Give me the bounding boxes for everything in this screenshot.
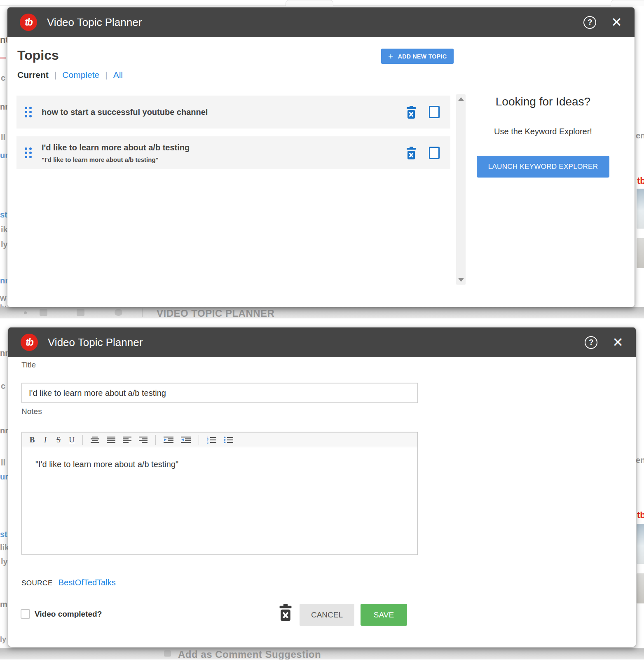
modal-header: tb Video Topic Planner ? ✕ <box>8 327 636 357</box>
video-topic-planner-list-modal: tb Video Topic Planner ? ✕ Topics Curren… <box>7 7 635 307</box>
source-link[interactable]: BestOfTedTalks <box>59 578 116 587</box>
topic-filter-tabs: Current | Complete | All <box>17 70 123 80</box>
ordered-list-icon: 1 2 3 <box>207 436 216 444</box>
bg-text-fragment: ur <box>0 151 8 160</box>
background-tab-shape <box>286 0 333 6</box>
video-completed-checkbox[interactable] <box>21 609 30 619</box>
align-right-button[interactable] <box>137 435 150 444</box>
tab-complete[interactable]: Complete <box>62 70 99 80</box>
add-new-topic-label: ADD NEW TOPIC <box>398 53 447 60</box>
modal-title: Video Topic Planner <box>47 16 142 29</box>
delete-topic-button[interactable] <box>406 147 417 159</box>
unordered-list-icon <box>224 436 233 444</box>
editor-toolbar: B I S U <box>22 433 417 447</box>
source-label: SOURCE <box>21 579 53 587</box>
align-left-button[interactable] <box>121 435 133 444</box>
ideas-heading: Looking for Ideas? <box>461 95 625 108</box>
topic-row: how to start a successful youtube channe… <box>16 96 450 129</box>
topic-row: I'd like to learn more about a/b testing… <box>16 136 450 169</box>
ideas-subheading: Use the Keyword Explorer! <box>461 127 625 136</box>
bg-text-fragment: ly <box>1 240 8 249</box>
toolbar-separator <box>155 435 156 445</box>
toolbar-separator <box>199 435 199 445</box>
indent-button[interactable] <box>162 435 176 444</box>
background-tab-shape <box>611 0 644 6</box>
help-icon[interactable]: ? <box>583 16 596 29</box>
topic-list: how to start a successful youtube channe… <box>16 96 450 177</box>
delete-topic-button[interactable] <box>406 106 417 119</box>
unordered-list-button[interactable] <box>222 435 235 444</box>
notes-content[interactable]: "I'd like to learn more about a/b testin… <box>22 447 417 482</box>
background-separator <box>142 309 143 317</box>
ordered-list-button[interactable]: 1 2 3 <box>205 435 218 444</box>
topic-note: "I'd like to learn more about a/b testin… <box>42 156 406 163</box>
scroll-down-arrow-icon[interactable] <box>458 278 464 282</box>
save-button[interactable]: SAVE <box>361 604 407 626</box>
background-band-label: Add as Comment Suggestion <box>178 649 321 659</box>
cancel-button[interactable]: CANCEL <box>300 604 354 626</box>
tab-current[interactable]: Current <box>17 70 49 80</box>
tab-separator: | <box>54 70 56 80</box>
delete-topic-button[interactable] <box>279 603 293 623</box>
italic-button[interactable]: I <box>40 435 50 445</box>
bg-text-fragment: ly <box>1 557 8 566</box>
topic-checkbox[interactable] <box>429 106 440 118</box>
svg-text:3: 3 <box>207 441 208 444</box>
drag-handle-icon[interactable] <box>25 107 32 117</box>
tubebuddy-logo-icon: tb <box>21 334 38 351</box>
close-icon[interactable]: ✕ <box>612 336 623 349</box>
title-input[interactable] <box>21 383 418 403</box>
strikethrough-button[interactable]: S <box>54 435 63 445</box>
tab-separator: | <box>105 70 107 80</box>
background-band-label: VIDEO TOPIC PLANNER <box>157 308 274 318</box>
background-band-add-comment: Add as Comment Suggestion <box>0 648 644 659</box>
align-justify-button[interactable] <box>105 435 117 444</box>
bg-text-fragment: en <box>636 131 644 140</box>
bg-text-fragment: ur <box>0 472 8 482</box>
bg-text-fragment: c <box>1 73 5 83</box>
plus-icon: + <box>388 52 393 61</box>
align-left-icon <box>123 436 131 443</box>
bg-text-fragment: m <box>0 600 7 609</box>
bg-text-fragment: st <box>0 530 7 539</box>
topic-checkbox[interactable] <box>429 147 440 159</box>
background-band-video-topic-planner: VIDEO TOPIC PLANNER <box>0 307 644 318</box>
background-dot-icon <box>24 311 27 314</box>
bg-text-fragment: ll <box>1 133 5 142</box>
align-center-button[interactable] <box>89 435 101 444</box>
indent-icon <box>164 436 173 443</box>
bg-text-fragment: ik <box>1 225 8 234</box>
toolbar-separator <box>82 435 83 445</box>
align-center-icon <box>91 436 99 443</box>
ideas-panel: Looking for Ideas? Use the Keyword Explo… <box>461 95 625 178</box>
outdent-icon <box>181 436 191 443</box>
background-thumbnail-image <box>637 573 644 603</box>
tab-all[interactable]: All <box>113 70 123 80</box>
background-pink-bar <box>0 57 6 59</box>
bg-text-fragment: ly <box>0 635 6 644</box>
help-icon[interactable]: ? <box>585 336 597 349</box>
trash-icon <box>406 106 417 119</box>
topic-title: I'd like to learn more about a/b testing <box>42 143 406 152</box>
tubebuddy-logo-icon: tb <box>20 14 37 31</box>
video-completed-label: Video completed? <box>35 610 102 619</box>
source-row: SOURCE BestOfTedTalks <box>21 578 116 587</box>
background-thumbnail-image <box>637 524 644 564</box>
bg-text-fragment: tb <box>637 510 644 521</box>
title-label: Title <box>21 360 36 369</box>
add-new-topic-button[interactable]: + ADD NEW TOPIC <box>381 49 454 64</box>
underline-button[interactable]: U <box>67 435 77 445</box>
notes-label: Notes <box>21 407 42 416</box>
bold-button[interactable]: B <box>27 435 37 445</box>
outdent-button[interactable] <box>179 435 193 444</box>
trash-icon <box>279 603 293 622</box>
launch-keyword-explorer-button[interactable]: LAUNCH KEYWORD EXPLORER <box>477 156 609 178</box>
background-thumbnail-image <box>637 189 644 229</box>
bg-text-fragment: tb <box>637 175 644 186</box>
close-icon[interactable]: ✕ <box>611 16 622 29</box>
drag-handle-icon[interactable] <box>25 147 32 158</box>
background-icon <box>115 309 122 316</box>
notes-editor[interactable]: B I S U <box>21 432 418 555</box>
video-completed-row: Video completed? <box>21 609 102 619</box>
background-thumbnail-image <box>637 238 644 268</box>
